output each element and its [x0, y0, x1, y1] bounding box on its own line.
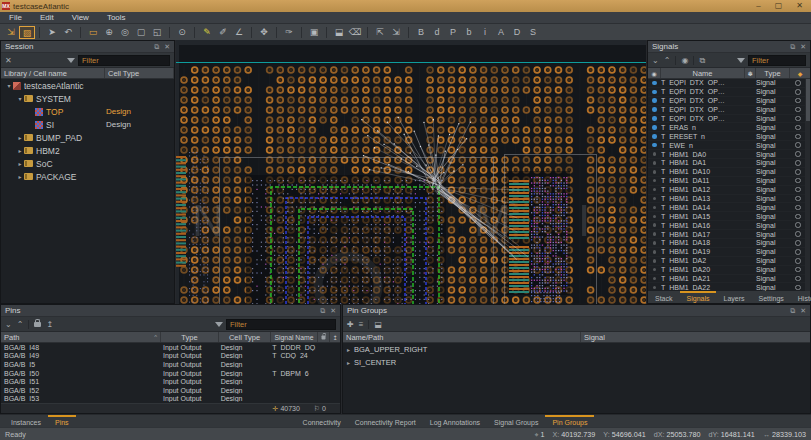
minimize-icon[interactable]: – [756, 0, 760, 12]
visibility-dot-icon[interactable] [648, 81, 661, 86]
collapsed-arrow-icon[interactable]: ▸ [347, 359, 350, 366]
export-down-icon[interactable]: ⇲ [388, 26, 404, 39]
dock-icon[interactable]: ⧉ [790, 305, 795, 317]
tree-row-package[interactable]: ▸PACKAGE [1, 170, 174, 183]
signal-row[interactable]: T_HBM1_DA2Signal [648, 257, 810, 266]
copy-signals-icon[interactable]: ⧉ [699, 53, 705, 68]
signal-row[interactable]: T_HBM1_DA0Signal [648, 150, 810, 159]
signal-radio-icon[interactable] [790, 134, 806, 140]
net-style-p-icon[interactable]: P [445, 26, 461, 39]
collapsed-arrow-icon[interactable]: ▸ [16, 134, 24, 141]
signal-radio-icon[interactable] [790, 116, 806, 122]
tab-signals[interactable]: Signals [680, 291, 717, 303]
signal-radio-icon[interactable] [790, 258, 806, 264]
visibility-dot-icon[interactable] [648, 206, 661, 210]
dock-icon[interactable]: ⧉ [320, 305, 325, 317]
column-path[interactable]: Path ^ [1, 332, 161, 342]
signal-radio-icon[interactable] [790, 169, 806, 175]
visibility-dot-icon[interactable] [648, 241, 661, 245]
net-style-d2-icon[interactable]: D [509, 26, 525, 39]
signal-row[interactable]: T_HBM1_DA1Signal [648, 159, 810, 168]
signal-row[interactable]: T_HBM1_DA14Signal [648, 203, 810, 212]
signal-radio-icon[interactable] [790, 222, 806, 228]
export-column-icon[interactable]: ↥ [332, 334, 337, 341]
visibility-dot-icon[interactable] [648, 125, 661, 130]
measure-angle-icon[interactable]: ∠ [231, 26, 247, 39]
add-group-icon[interactable]: ✚ [347, 317, 354, 332]
pins-filter-input[interactable] [226, 319, 336, 330]
column-type[interactable]: Type [756, 68, 790, 78]
signal-row[interactable]: T_EQPI_DTX_OP…Signal [648, 106, 810, 115]
collapsed-arrow-icon[interactable]: ▸ [16, 147, 24, 154]
export-up-icon[interactable]: ⇱ [372, 26, 388, 39]
column-signal-name[interactable]: Signal Name [271, 332, 318, 342]
tree-row-soc[interactable]: ▸SoC [1, 157, 174, 170]
column-type[interactable]: Type [161, 332, 219, 342]
visibility-dot-icon[interactable] [648, 152, 661, 156]
tree-row-si[interactable]: SIDesign [1, 118, 174, 131]
visibility-dot-icon[interactable] [648, 107, 661, 112]
delete-group-icon[interactable]: ⬓ [374, 317, 382, 332]
visibility-dot-icon[interactable] [648, 170, 661, 174]
signal-radio-icon[interactable] [790, 240, 806, 246]
signal-radio-icon[interactable] [790, 214, 806, 220]
pin-column-icon[interactable]: ◆ [798, 70, 803, 77]
signal-row[interactable]: T_EWE_nSignal [648, 141, 810, 150]
signal-radio-icon[interactable] [790, 187, 806, 193]
signal-row[interactable]: T_ERAS_nSignal [648, 123, 810, 132]
expand-all-icon[interactable]: ⌃ [664, 53, 671, 68]
net-style-b2-icon[interactable]: b [461, 26, 477, 39]
snapshot-icon[interactable]: ▣ [306, 26, 322, 39]
visibility-dot-icon[interactable] [648, 143, 661, 148]
signals-filter-input[interactable] [748, 55, 806, 66]
tree-row-system[interactable]: ▾SYSTEM [1, 92, 174, 105]
signal-radio-icon[interactable] [790, 98, 806, 104]
expanded-arrow-icon[interactable]: ▾ [16, 95, 24, 102]
tab-connectivity[interactable]: Connectivity [296, 415, 348, 427]
list-icon[interactable]: ≡ [359, 317, 364, 332]
pins-table-row[interactable]: BGA/B_I5Input OutputDesign [1, 360, 340, 369]
column-cell-type[interactable]: Cell Type [219, 332, 271, 342]
signal-row[interactable]: T_HBM1_DA18Signal [648, 239, 810, 248]
export-icon[interactable]: ↥ [46, 317, 53, 332]
signal-radio-icon[interactable] [790, 249, 806, 255]
move-icon[interactable]: ✥ [256, 26, 272, 39]
visibility-dot-icon[interactable] [648, 277, 661, 281]
collapsed-arrow-icon[interactable]: ▸ [16, 173, 24, 180]
signal-row[interactable]: T_HBM1_DA13Signal [648, 195, 810, 204]
pins-table-row[interactable]: BGA/B_I51Input OutputDesign [1, 377, 340, 386]
pins-table-row[interactable]: BGA/B_I53Input OutputDesign [1, 395, 340, 403]
signal-radio-icon[interactable] [790, 80, 806, 86]
signal-radio-icon[interactable] [790, 142, 806, 148]
zoom-icon[interactable]: ◎ [117, 26, 133, 39]
zoom-fit-icon[interactable]: ▢ [133, 26, 149, 39]
collapsed-arrow-icon[interactable]: ▸ [16, 160, 24, 167]
pin-group-row[interactable]: ▸BGA_UPPER_RIGHT [343, 343, 810, 356]
column-name-path[interactable]: Name/Path [343, 332, 581, 342]
erase-icon[interactable]: ⌫ [347, 26, 363, 39]
signal-row[interactable]: T_HBM1_DA19Signal [648, 248, 810, 257]
signal-row[interactable]: T_HBM1_DA17Signal [648, 230, 810, 239]
gear-column-icon[interactable]: ✽ [747, 70, 752, 77]
visibility-dot-icon[interactable] [648, 259, 661, 263]
tree-row-testcaseatlantic[interactable]: ▾testcaseAtlantic [1, 79, 174, 92]
signal-row[interactable]: T_HBM1_DA15Signal [648, 212, 810, 221]
close-icon[interactable]: ✕ [796, 0, 803, 12]
signal-row[interactable]: T_HBM1_DA16Signal [648, 221, 810, 230]
tree-row-bump_pad[interactable]: ▸BUMP_PAD [1, 131, 174, 144]
draw-rect-icon[interactable]: ▭ [85, 26, 101, 39]
signals-scrollbar[interactable] [805, 79, 810, 291]
signal-radio-icon[interactable] [790, 160, 806, 166]
close-panel-icon[interactable]: ✕ [330, 305, 336, 317]
visibility-dot-icon[interactable] [648, 232, 661, 236]
zoom-area-icon[interactable]: ◱ [149, 26, 165, 39]
trace-icon[interactable]: ✐ [215, 26, 231, 39]
collapse-all-icon[interactable]: ⌄ [5, 317, 12, 332]
pins-table-row[interactable]: BGA/B_I50Input OutputDesignT_DBPM_6 [1, 369, 340, 378]
signal-row[interactable]: T_EQPI_DTX_OP…Signal [648, 88, 810, 97]
net-style-b-icon[interactable]: B [413, 26, 429, 39]
tab-stack[interactable]: Stack [648, 291, 680, 303]
signal-row[interactable]: T_HBM1_DA12Signal [648, 186, 810, 195]
clear-filter-icon[interactable]: ✕ [5, 53, 12, 68]
expanded-arrow-icon[interactable]: ▾ [5, 82, 13, 89]
